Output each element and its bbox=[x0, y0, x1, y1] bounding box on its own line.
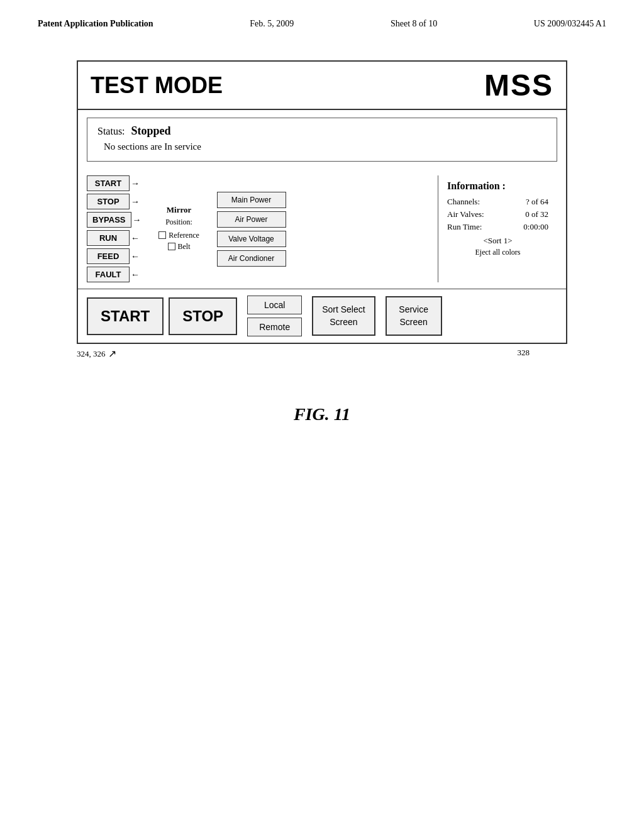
air-power-button[interactable]: Air Power bbox=[217, 211, 286, 228]
patent-sheet: Sheet 8 of 10 bbox=[391, 19, 437, 29]
feed-row: FEED ← bbox=[87, 248, 142, 264]
main-content: TEST MODE MSS Status: Stopped No section… bbox=[0, 35, 644, 450]
feed-button[interactable]: FEED bbox=[87, 248, 130, 264]
sort-label: <Sort 1> bbox=[447, 236, 548, 246]
controls-area: START → STOP → BYPASS → RUN ← FEED ← bbox=[78, 169, 566, 289]
mirror-area: Mirror Position: Reference Belt bbox=[148, 205, 211, 253]
status-line: Status: Stopped bbox=[97, 124, 547, 138]
bottom-stop-button[interactable]: STOP bbox=[169, 297, 237, 335]
run-time-row: Run Time: 0:00:00 bbox=[447, 222, 548, 232]
air-valves-row: Air Valves: 0 of 32 bbox=[447, 209, 548, 219]
bypass-arrow-right: → bbox=[133, 215, 142, 225]
stop-arrow-right: → bbox=[131, 197, 140, 207]
patent-label: Patent Application Publication bbox=[38, 19, 153, 29]
mirror-sublabel: Position: bbox=[165, 218, 192, 227]
channels-label: Channels: bbox=[447, 197, 480, 207]
title-bar: TEST MODE MSS bbox=[78, 62, 566, 110]
belt-label: Belt bbox=[178, 242, 191, 252]
start-row: START → bbox=[87, 175, 142, 191]
local-button[interactable]: Local bbox=[247, 296, 302, 314]
status-value: Stopped bbox=[131, 124, 171, 137]
bottom-start-button[interactable]: START bbox=[87, 297, 164, 335]
patent-date: Feb. 5, 2009 bbox=[250, 19, 294, 29]
run-time-label: Run Time: bbox=[447, 222, 482, 232]
start-button[interactable]: START bbox=[87, 175, 130, 191]
patent-header: Patent Application Publication Feb. 5, 2… bbox=[0, 0, 644, 35]
belt-row: Belt bbox=[168, 242, 191, 252]
valve-voltage-button[interactable]: Valve Voltage bbox=[217, 231, 286, 247]
channels-row: Channels: ? of 64 bbox=[447, 197, 548, 207]
reference-row: Reference bbox=[158, 231, 199, 240]
stop-row: STOP → bbox=[87, 194, 142, 209]
left-buttons-group: START → STOP → BYPASS → RUN ← FEED ← bbox=[87, 175, 142, 282]
ref-left-arrow: ↗ bbox=[108, 348, 116, 360]
status-message: No sections are In service bbox=[104, 141, 547, 152]
air-valves-label: Air Valves: bbox=[447, 209, 484, 219]
bypass-button[interactable]: BYPASS bbox=[87, 212, 131, 228]
title-mss: MSS bbox=[484, 68, 553, 102]
main-power-button[interactable]: Main Power bbox=[217, 192, 286, 208]
figure-label: FIG. 11 bbox=[294, 404, 350, 424]
fault-button[interactable]: FAULT bbox=[87, 267, 130, 282]
middle-section: Mirror Position: Reference Belt Main Pow… bbox=[142, 175, 438, 282]
reference-label: Reference bbox=[169, 231, 199, 240]
ref-left: 324, 326 ↗ bbox=[77, 348, 116, 360]
fault-arrow-left: ← bbox=[131, 270, 140, 280]
air-valves-value: 0 of 32 bbox=[525, 209, 548, 219]
bottom-bar: START STOP Local Remote Sort Select Scre… bbox=[78, 289, 566, 343]
bypass-row: BYPASS → bbox=[87, 212, 142, 228]
channels-value: ? of 64 bbox=[526, 197, 548, 207]
info-section: Information : Channels: ? of 64 Air Valv… bbox=[438, 175, 557, 282]
reference-area: 324, 326 ↗ 328 bbox=[77, 348, 567, 367]
power-buttons: Main Power Air Power Valve Voltage Air C… bbox=[217, 192, 286, 267]
stop-button[interactable]: STOP bbox=[87, 194, 130, 209]
run-time-value: 0:00:00 bbox=[523, 222, 548, 232]
ref-right-label: 328 bbox=[518, 348, 530, 357]
ref-right: 328 bbox=[518, 348, 530, 358]
status-label: Status: bbox=[97, 126, 125, 136]
mirror-label: Mirror bbox=[167, 205, 191, 215]
service-screen-button[interactable]: Service Screen bbox=[386, 296, 442, 336]
local-remote-col: Local Remote bbox=[247, 296, 302, 336]
feed-arrow-left: ← bbox=[131, 252, 140, 262]
title-test-mode: TEST MODE bbox=[91, 72, 223, 99]
status-box: Status: Stopped No sections are In servi… bbox=[87, 118, 557, 162]
start-arrow-right: → bbox=[131, 179, 140, 189]
sort-select-screen-button[interactable]: Sort Select Screen bbox=[312, 296, 375, 336]
run-arrow-left: ← bbox=[131, 233, 140, 243]
fault-row: FAULT ← bbox=[87, 267, 142, 282]
reference-checkbox[interactable] bbox=[158, 231, 166, 239]
remote-button[interactable]: Remote bbox=[247, 318, 302, 336]
patent-number: US 2009/032445 A1 bbox=[534, 19, 606, 29]
run-row: RUN ← bbox=[87, 230, 142, 246]
run-button[interactable]: RUN bbox=[87, 230, 130, 246]
info-title: Information : bbox=[447, 180, 548, 192]
air-condioner-button[interactable]: Air Condioner bbox=[217, 250, 286, 267]
belt-checkbox[interactable] bbox=[168, 243, 175, 250]
outer-frame: TEST MODE MSS Status: Stopped No section… bbox=[77, 60, 567, 344]
ref-left-label: 324, 326 bbox=[77, 349, 106, 359]
eject-label: Eject all colors bbox=[447, 248, 548, 257]
